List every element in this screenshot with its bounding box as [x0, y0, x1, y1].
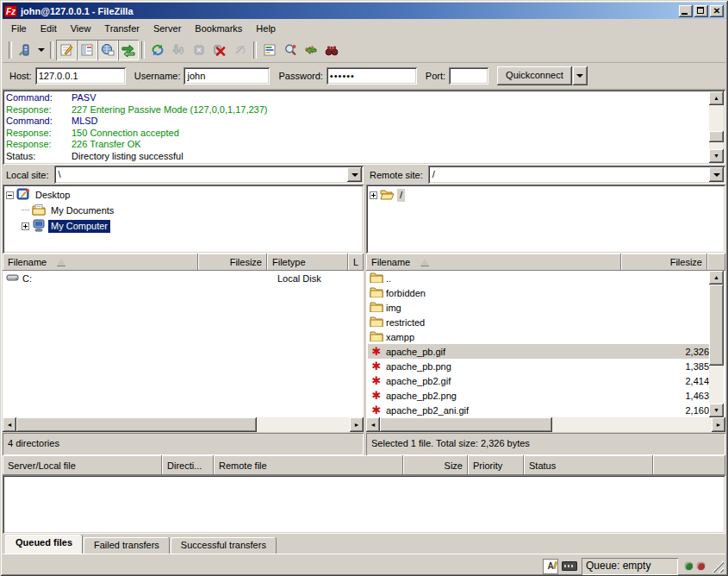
file-row[interactable]: ✱apache_pb.png1,385 [368, 359, 709, 373]
column-header-size[interactable]: Size [403, 455, 468, 475]
collapse-icon[interactable] [6, 191, 14, 199]
tree-item-root[interactable]: / [370, 187, 723, 203]
local-status-text: 4 directories [3, 433, 364, 455]
local-site-value[interactable]: \ [54, 166, 345, 184]
tree-item-my-computer[interactable]: My Computer [6, 218, 361, 234]
menu-transfer[interactable]: Transfer [97, 22, 146, 35]
column-header-filesize[interactable]: Filesize [621, 254, 707, 271]
column-header-remote-file[interactable]: Remote file [214, 455, 403, 475]
scroll-down-button[interactable]: ▼ [709, 149, 724, 163]
encryption-status-icon[interactable] [562, 561, 577, 571]
local-site-dropdown-button[interactable] [347, 167, 362, 182]
scroll-left-button[interactable]: ◄ [366, 417, 380, 432]
toggle-local-tree-button[interactable] [77, 40, 97, 60]
tree-item-label[interactable]: My Computer [48, 220, 110, 233]
scrollbar-thumb[interactable] [709, 131, 724, 142]
column-header-status[interactable]: Status [524, 455, 653, 475]
file-row[interactable]: restricted [368, 315, 709, 329]
column-header-priority[interactable]: Priority [468, 455, 524, 475]
reconnect-button[interactable] [230, 40, 251, 60]
expand-icon[interactable] [370, 191, 377, 199]
scroll-left-button[interactable]: ◄ [3, 417, 16, 432]
scroll-right-button[interactable]: ► [350, 417, 364, 432]
site-manager-button[interactable] [15, 40, 35, 60]
menu-help[interactable]: Help [249, 22, 283, 35]
file-row[interactable]: ✱apache_pb2.png1,463 [368, 388, 709, 403]
tab-failed-transfers[interactable]: Failed transfers [84, 537, 170, 554]
toggle-log-button[interactable] [56, 40, 77, 60]
menu-edit[interactable]: Edit [34, 22, 64, 35]
file-row[interactable]: .. [368, 271, 709, 285]
refresh-button[interactable] [147, 40, 168, 60]
queue-list[interactable] [3, 475, 725, 534]
tree-item-label[interactable]: My Documents [48, 204, 116, 217]
column-header-local-file[interactable]: Server/Local file [3, 455, 162, 475]
file-row-selected[interactable]: ✱apache_pb.gif2,326 [368, 344, 709, 359]
username-input[interactable]: john [184, 67, 270, 85]
remote-site-combo[interactable]: / [428, 166, 725, 184]
scroll-down-button[interactable]: ▼ [709, 404, 724, 417]
directory-compare-button[interactable] [280, 40, 301, 60]
close-button[interactable]: ✕ [710, 5, 724, 17]
quickconnect-button[interactable]: Quickconnect [497, 66, 572, 85]
tree-item-my-documents[interactable]: My Documents [6, 203, 361, 218]
file-row[interactable]: forbidden [368, 285, 709, 300]
password-input[interactable]: •••••• [327, 67, 417, 85]
maximize-button[interactable] [694, 5, 708, 17]
menu-bookmarks[interactable]: Bookmarks [188, 22, 249, 35]
tree-item-label[interactable]: Desktop [33, 189, 72, 202]
log-scrollbar[interactable]: ▲ ▼ [709, 91, 724, 163]
toggle-remote-tree-button[interactable] [97, 40, 118, 60]
port-input[interactable] [449, 67, 488, 85]
remote-list-scrollbar[interactable]: ▲ ▼ [709, 271, 724, 417]
scrollbar-track[interactable] [709, 105, 724, 149]
minimize-button[interactable] [679, 5, 693, 17]
file-row[interactable]: C: Local Disk [4, 271, 362, 285]
column-header-filename[interactable]: Filename [366, 254, 621, 271]
file-row[interactable]: xampp [368, 329, 709, 344]
file-row[interactable]: ✱apache_pb2.gif2,414 [368, 373, 709, 388]
tree-item-desktop[interactable]: Desktop [6, 187, 361, 203]
tab-successful-transfers[interactable]: Successful transfers [171, 537, 277, 554]
find-files-button[interactable] [321, 40, 342, 60]
scrollbar-thumb[interactable] [16, 417, 257, 432]
resize-grip[interactable] [712, 560, 724, 573]
remote-horizontal-scrollbar[interactable]: ◄ ► [366, 417, 725, 432]
local-site-combo[interactable]: \ [54, 166, 364, 184]
scroll-up-button[interactable]: ▲ [709, 91, 724, 105]
host-input[interactable]: 127.0.0.1 [35, 67, 126, 85]
scroll-up-button[interactable]: ▲ [709, 271, 724, 285]
scrollbar-track[interactable] [16, 417, 350, 432]
site-manager-dropdown-button[interactable] [35, 40, 47, 60]
local-horizontal-scrollbar[interactable]: ◄ ► [3, 417, 364, 432]
quickconnect-dropdown-button[interactable] [573, 66, 588, 85]
transfer-type-icon[interactable]: A [543, 559, 558, 574]
tab-queued-files[interactable]: Queued files [5, 535, 83, 554]
toggle-queue-button[interactable] [118, 40, 139, 60]
scrollbar-thumb[interactable] [380, 417, 552, 432]
scrollbar-track[interactable] [709, 285, 724, 404]
column-header-direction[interactable]: Directi... [162, 455, 214, 475]
scrollbar-thumb[interactable] [709, 285, 724, 366]
column-header-filesize[interactable]: Filesize [198, 254, 267, 271]
file-row[interactable]: img [368, 300, 709, 315]
disconnect-button[interactable] [209, 40, 230, 60]
menu-view[interactable]: View [64, 22, 98, 35]
menu-server[interactable]: Server [146, 22, 188, 35]
expand-icon[interactable] [22, 222, 29, 230]
remote-site-dropdown-button[interactable] [709, 167, 724, 182]
column-header-filename[interactable]: Filename [3, 254, 198, 271]
menu-file[interactable]: File [4, 22, 34, 35]
process-queue-button[interactable] [168, 40, 189, 60]
column-header-filetype[interactable]: Filetype [267, 254, 348, 271]
remote-site-value[interactable]: / [428, 166, 707, 184]
title-bar[interactable]: Fz john@127.0.0.1 - FileZilla ✕ [3, 3, 725, 19]
cancel-operation-button[interactable] [189, 40, 209, 60]
scroll-right-button[interactable]: ► [712, 417, 725, 432]
directory-filter-button[interactable] [259, 40, 280, 60]
file-row[interactable]: ✱apache_pb2_ani.gif2,160 [368, 403, 709, 417]
synchronized-browsing-button[interactable] [301, 40, 321, 60]
column-header-last-modified[interactable]: L [348, 254, 364, 271]
scrollbar-track[interactable] [380, 417, 712, 432]
tree-item-label[interactable]: / [397, 189, 405, 202]
